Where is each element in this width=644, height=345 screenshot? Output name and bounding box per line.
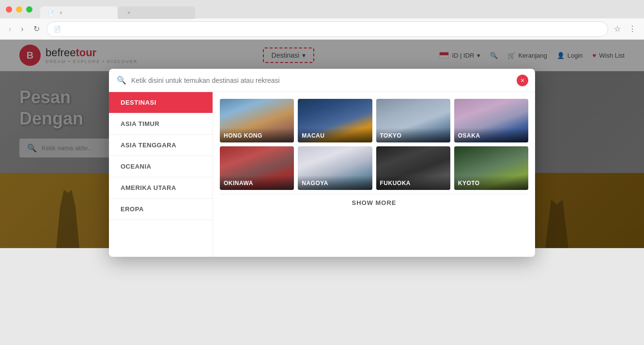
sidebar-item-asia-tenggara[interactable]: ASIA TENGGARA xyxy=(109,135,213,156)
okinawa-overlay: OKINAWA xyxy=(220,175,294,190)
tab-close-btn[interactable]: × xyxy=(58,9,64,16)
close-dot[interactable] xyxy=(6,6,12,13)
dest-card-okinawa[interactable]: OKINAWA xyxy=(220,146,294,190)
sidebar-item-oceania-label: OCEANIA xyxy=(121,163,151,170)
hong-kong-overlay: HONG KONG xyxy=(220,128,294,142)
forward-button[interactable]: › xyxy=(18,23,26,35)
minimize-dot[interactable] xyxy=(16,6,22,13)
browser-dots xyxy=(6,6,32,13)
destination-modal: × 🔍 DESTINASI ASIA TIMUR xyxy=(109,69,535,257)
nagoya-overlay: NAGOYA xyxy=(298,175,372,190)
kyoto-overlay: KYOTO xyxy=(454,175,528,190)
maximize-dot[interactable] xyxy=(26,6,32,13)
tokyo-label: TOKYO xyxy=(380,132,402,139)
sidebar-nav: DESTINASI ASIA TIMUR ASIA TENGGARA OCEAN… xyxy=(109,92,213,257)
osaka-label: OSAKA xyxy=(458,132,480,139)
tab-close-btn-2[interactable]: × xyxy=(125,9,132,16)
dest-card-hong-kong[interactable]: HONG KONG xyxy=(220,99,294,142)
dest-card-fukuoka[interactable]: FUKUOKA xyxy=(376,146,450,190)
dest-card-osaka[interactable]: OSAKA xyxy=(454,99,528,142)
sidebar-item-eropa-label: EROPA xyxy=(121,205,144,213)
modal-search-input[interactable] xyxy=(131,77,527,84)
hong-kong-label: HONG KONG xyxy=(224,132,262,139)
show-more-button[interactable]: SHOW MORE xyxy=(220,194,528,211)
back-button[interactable]: ‹ xyxy=(6,23,14,35)
bookmark-star-icon[interactable]: ☆ xyxy=(612,22,623,35)
sidebar-item-destinasi-label: DESTINASI xyxy=(121,99,156,106)
close-icon: × xyxy=(521,77,524,84)
tab-favicon: 📄 xyxy=(48,10,54,16)
sidebar-item-asia-timur[interactable]: ASIA TIMUR xyxy=(109,113,213,135)
active-tab[interactable]: 📄 × xyxy=(40,6,118,19)
show-more-label: SHOW MORE xyxy=(352,199,396,206)
address-bar[interactable]: 📄 xyxy=(46,21,608,37)
dest-card-nagoya[interactable]: NAGOYA xyxy=(298,146,372,190)
fukuoka-label: FUKUOKA xyxy=(380,180,411,187)
macau-overlay: MACAU xyxy=(298,128,372,142)
destinations-row-1: HONG KONG MACAU TOKYO xyxy=(220,99,528,142)
modal-search-bar: 🔍 xyxy=(109,69,535,92)
macau-label: MACAU xyxy=(302,132,324,139)
osaka-overlay: OSAKA xyxy=(454,128,528,142)
browser-tabs: 📄 × × xyxy=(40,0,638,18)
refresh-button[interactable]: ↻ xyxy=(31,22,43,35)
sidebar-item-destinasi[interactable]: DESTINASI xyxy=(109,92,213,113)
destinations-row-2: OKINAWA NAGOYA FUKUOKA xyxy=(220,146,528,190)
tokyo-overlay: TOKYO xyxy=(376,128,450,142)
sidebar-item-amerika-utara[interactable]: AMERIKA UTARA xyxy=(109,177,213,199)
browser-chrome: 📄 × × ‹ › ↻ 📄 ☆ ⋮ xyxy=(0,0,644,40)
dest-card-kyoto[interactable]: KYOTO xyxy=(454,146,528,190)
sidebar-item-asia-tenggara-label: ASIA TENGGARA xyxy=(121,141,176,149)
website: B befreetour DREAM • EXPLORE • DISCOVER … xyxy=(0,40,644,248)
modal-close-button[interactable]: × xyxy=(517,75,528,86)
browser-titlebar: 📄 × × xyxy=(0,0,644,18)
modal-body: DESTINASI ASIA TIMUR ASIA TENGGARA OCEAN… xyxy=(109,92,535,257)
kyoto-label: KYOTO xyxy=(458,180,480,187)
menu-icon[interactable]: ⋮ xyxy=(627,22,638,35)
sidebar-item-amerika-utara-label: AMERIKA UTARA xyxy=(121,184,176,191)
destinations-grid: HONG KONG MACAU TOKYO xyxy=(213,92,535,257)
modal-search-icon: 🔍 xyxy=(117,76,126,85)
fukuoka-overlay: FUKUOKA xyxy=(376,175,450,190)
page-icon: 📄 xyxy=(54,26,61,32)
dest-card-tokyo[interactable]: TOKYO xyxy=(376,99,450,142)
browser-toolbar: ‹ › ↻ 📄 ☆ ⋮ xyxy=(0,18,644,40)
dest-card-macau[interactable]: MACAU xyxy=(298,99,372,142)
sidebar-item-oceania[interactable]: OCEANIA xyxy=(109,156,213,177)
inactive-tab[interactable]: × xyxy=(118,6,195,19)
modal-overlay: × 🔍 DESTINASI ASIA TIMUR xyxy=(0,40,644,248)
toolbar-right: ☆ ⋮ xyxy=(612,22,638,35)
nagoya-label: NAGOYA xyxy=(302,180,328,187)
okinawa-label: OKINAWA xyxy=(224,180,253,187)
sidebar-item-eropa[interactable]: EROPA xyxy=(109,199,213,220)
sidebar-item-asia-timur-label: ASIA TIMUR xyxy=(121,120,159,127)
